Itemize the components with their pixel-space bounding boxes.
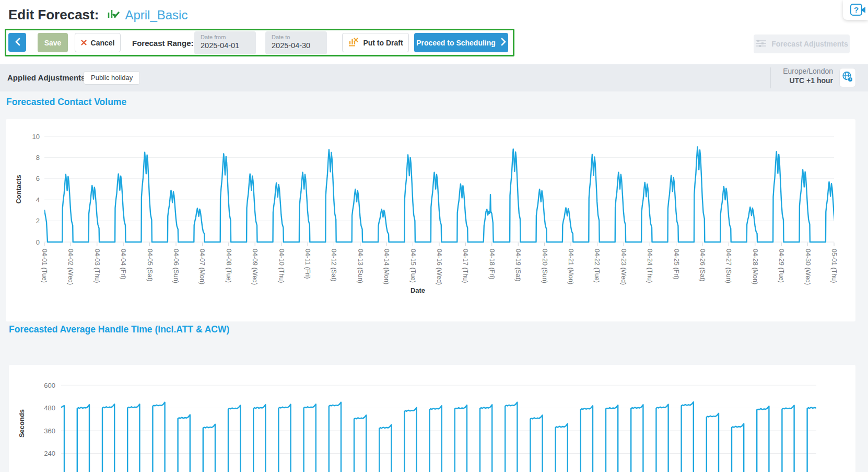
svg-text:240: 240 xyxy=(44,450,55,457)
date-from-value: 2025-04-01 xyxy=(201,41,256,50)
save-button-label: Save xyxy=(44,39,62,47)
date-from-label: Date from xyxy=(201,34,256,40)
aht-chart: 600480360240Seconds xyxy=(0,366,868,472)
svg-text:04-19 (Sat): 04-19 (Sat) xyxy=(514,249,522,282)
date-to-value: 2025-04-30 xyxy=(272,41,327,50)
forecast-adjustments-button[interactable]: Forecast Adjustments xyxy=(754,34,850,53)
help-button[interactable]: ? xyxy=(850,4,862,16)
svg-text:Seconds: Seconds xyxy=(18,409,26,438)
svg-text:04-28 (Mon): 04-28 (Mon) xyxy=(752,249,759,284)
applied-adjustments-bar: Applied Adjustments: Public holiday Euro… xyxy=(0,64,868,91)
svg-text:10: 10 xyxy=(32,133,40,141)
svg-text:04-11 (Fri): 04-11 (Fri) xyxy=(304,249,311,279)
timezone-globe-button[interactable] xyxy=(839,68,856,87)
svg-text:04-05 (Sat): 04-05 (Sat) xyxy=(146,249,154,282)
cancel-button-label: Cancel xyxy=(91,39,115,47)
chevron-left-icon xyxy=(15,38,20,48)
page-title-text: Edit Forecast: xyxy=(8,7,99,23)
svg-text:04-22 (Tue): 04-22 (Tue) xyxy=(593,249,601,283)
svg-text:4: 4 xyxy=(36,196,40,204)
date-from-field[interactable]: Date from 2025-04-01 xyxy=(194,31,256,54)
svg-text:0: 0 xyxy=(36,238,40,246)
svg-text:04-14 (Mon): 04-14 (Mon) xyxy=(383,249,390,284)
close-x-icon xyxy=(81,39,87,47)
svg-text:Date: Date xyxy=(410,286,425,294)
draft-chart-x-icon xyxy=(348,37,358,49)
svg-text:05-01 (Thu): 05-01 (Thu) xyxy=(830,249,838,283)
svg-text:04-09 (Wed): 04-09 (Wed) xyxy=(251,249,259,285)
svg-text:04-08 (Tue): 04-08 (Tue) xyxy=(225,249,232,283)
forecast-range-label: Forecast Range: xyxy=(132,39,194,48)
svg-text:04-21 (Mon): 04-21 (Mon) xyxy=(567,249,574,284)
svg-text:04-03 (Thu): 04-03 (Thu) xyxy=(93,249,101,283)
svg-text:04-15 (Tue): 04-15 (Tue) xyxy=(409,249,417,283)
svg-text:04-26 (Sat): 04-26 (Sat) xyxy=(699,249,706,282)
svg-text:04-02 (Wed): 04-02 (Wed) xyxy=(67,249,74,285)
contact-volume-chart: 024681004-01 (Tue)04-02 (Wed)04-03 (Thu)… xyxy=(0,119,868,321)
forecast-name-link[interactable]: April_Basic xyxy=(125,8,187,22)
put-to-draft-button[interactable]: Put to Draft xyxy=(342,33,409,52)
date-to-label: Date to xyxy=(272,34,327,40)
svg-text:04-01 (Tue): 04-01 (Tue) xyxy=(41,249,48,283)
page-header: Edit Forecast: April_Basic Save Cancel F… xyxy=(0,0,868,64)
svg-text:Contacts: Contacts xyxy=(15,175,22,204)
svg-text:6: 6 xyxy=(36,175,40,182)
timezone-offset: UTC +1 hour xyxy=(731,76,833,85)
svg-text:04-27 (Sun): 04-27 (Sun) xyxy=(725,249,732,283)
svg-text:04-30 (Wed): 04-30 (Wed) xyxy=(804,249,812,285)
svg-text:2: 2 xyxy=(36,217,40,225)
svg-text:04-17 (Thu): 04-17 (Thu) xyxy=(462,249,469,283)
forecast-chart-icon xyxy=(106,7,120,24)
chevron-right-icon xyxy=(501,38,506,48)
proceed-to-scheduling-button[interactable]: Proceed to Scheduling xyxy=(414,33,508,52)
timezone-info: Europe/London UTC +1 hour xyxy=(731,67,833,85)
svg-text:04-25 (Fri): 04-25 (Fri) xyxy=(673,249,680,279)
timezone-region: Europe/London xyxy=(731,67,833,75)
svg-text:04-12 (Sat): 04-12 (Sat) xyxy=(330,249,337,282)
svg-text:04-13 (Sun): 04-13 (Sun) xyxy=(357,249,364,283)
svg-text:04-18 (Fri): 04-18 (Fri) xyxy=(488,249,496,279)
forecast-adjustments-label: Forecast Adjustments xyxy=(771,40,848,48)
help-card: ? xyxy=(843,0,868,20)
svg-text:04-16 (Wed): 04-16 (Wed) xyxy=(436,249,443,285)
svg-text:600: 600 xyxy=(44,382,55,389)
svg-text:8: 8 xyxy=(36,154,40,162)
back-button[interactable] xyxy=(8,33,26,52)
globe-icon xyxy=(842,71,853,85)
svg-text:04-06 (Sun): 04-06 (Sun) xyxy=(172,249,180,283)
svg-text:04-20 (Sun): 04-20 (Sun) xyxy=(541,249,548,283)
public-holiday-chip[interactable]: Public holiday xyxy=(84,71,140,85)
contact-volume-title: Forecasted Contact Volume xyxy=(6,97,126,108)
svg-text:04-24 (Thu): 04-24 (Thu) xyxy=(646,249,653,283)
svg-text:04-23 (Wed): 04-23 (Wed) xyxy=(620,249,627,285)
page-title: Edit Forecast: April_Basic xyxy=(8,6,187,24)
aht-title: Forecasted Average Handle Time (incl.ATT… xyxy=(9,324,229,335)
sliders-icon xyxy=(755,39,767,49)
proceed-label: Proceed to Scheduling xyxy=(416,39,496,47)
svg-text:480: 480 xyxy=(44,404,55,412)
svg-text:04-10 (Thu): 04-10 (Thu) xyxy=(278,249,285,283)
help-arrow-icon xyxy=(861,7,865,13)
applied-adjustments-label: Applied Adjustments: xyxy=(7,73,88,82)
svg-text:04-07 (Mon): 04-07 (Mon) xyxy=(198,249,206,284)
save-button[interactable]: Save xyxy=(38,33,68,52)
put-to-draft-label: Put to Draft xyxy=(363,39,403,47)
cancel-button[interactable]: Cancel xyxy=(75,33,121,52)
svg-text:04-04 (Fri): 04-04 (Fri) xyxy=(120,249,127,279)
svg-text:04-29 (Tue): 04-29 (Tue) xyxy=(778,249,785,283)
question-mark-icon: ? xyxy=(854,5,859,14)
svg-text:360: 360 xyxy=(44,427,55,435)
date-to-field[interactable]: Date to 2025-04-30 xyxy=(265,31,327,54)
